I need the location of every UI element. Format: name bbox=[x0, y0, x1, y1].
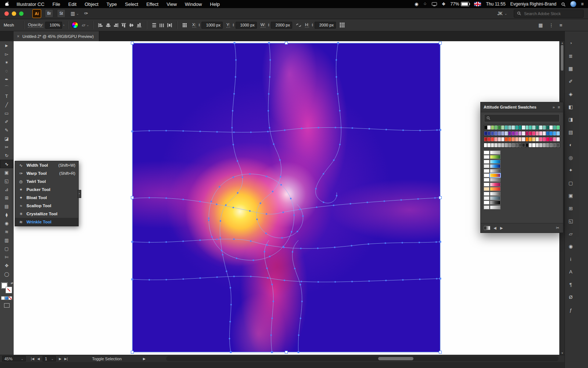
color-mode-button[interactable] bbox=[1, 297, 4, 300]
column-graph-tool[interactable]: ▥ bbox=[0, 236, 13, 244]
swatch[interactable] bbox=[515, 143, 519, 147]
gradient-mode-button[interactable] bbox=[5, 297, 8, 300]
shape-builder-tool[interactable]: ◱ bbox=[0, 177, 13, 185]
swatch[interactable] bbox=[501, 125, 505, 130]
arrange-documents-button[interactable]: ▥ ⌄ bbox=[71, 11, 79, 16]
gradient-row[interactable] bbox=[484, 183, 560, 186]
swatch[interactable] bbox=[553, 137, 556, 141]
align-panel-icon[interactable]: ⊞ bbox=[567, 205, 575, 212]
width-tool[interactable]: ∿ bbox=[0, 160, 13, 168]
menubar-item[interactable]: File bbox=[49, 1, 64, 7]
type-tool[interactable]: T bbox=[0, 92, 13, 100]
gradient-row[interactable] bbox=[484, 151, 560, 154]
gradient-base-swatch[interactable] bbox=[484, 206, 489, 209]
battery-indicator[interactable]: 77% bbox=[450, 1, 469, 7]
swatch[interactable] bbox=[546, 137, 549, 141]
menubar-clock[interactable]: Thu 11:55 bbox=[486, 1, 505, 7]
gradient-base-swatch[interactable] bbox=[484, 192, 489, 195]
swatch[interactable] bbox=[539, 143, 542, 147]
symbols-panel-icon[interactable]: ◈ bbox=[567, 90, 575, 98]
show-swatch-kinds-icon[interactable] bbox=[484, 226, 490, 230]
stroke-panel-icon[interactable]: ≣ bbox=[567, 52, 575, 60]
first-artboard-icon[interactable]: |◀ bbox=[31, 357, 34, 361]
gradient-row[interactable] bbox=[484, 174, 560, 177]
gradient-swatch[interactable] bbox=[490, 178, 500, 181]
flyout-crystallize-tool[interactable]: ✳ Crystallize Tool bbox=[15, 210, 78, 218]
control-bar-menu-icon[interactable]: ≡ bbox=[559, 22, 562, 28]
screen-mode-button[interactable] bbox=[4, 303, 10, 308]
swatch[interactable] bbox=[505, 143, 508, 147]
flyout-pucker-tool[interactable]: ✴ Pucker Tool bbox=[15, 185, 78, 194]
align-center-icon[interactable] bbox=[105, 23, 111, 28]
pencil-tool[interactable]: ✎ bbox=[0, 126, 13, 134]
navigator-panel-icon[interactable]: ◉ bbox=[567, 243, 575, 250]
align-to-selection-icon[interactable] bbox=[182, 23, 187, 28]
panel-dots-icon[interactable]: ⋮ bbox=[549, 22, 553, 28]
gradient-base-swatch[interactable] bbox=[484, 164, 489, 168]
character-panel-icon[interactable]: A bbox=[567, 268, 575, 276]
swatch[interactable] bbox=[526, 131, 529, 135]
line-segment-tool[interactable]: ╱ bbox=[0, 100, 13, 109]
gradient-row[interactable] bbox=[484, 197, 560, 200]
window-close-button[interactable] bbox=[4, 11, 9, 16]
direct-selection-tool[interactable]: ▻ bbox=[0, 50, 13, 58]
swatch[interactable] bbox=[515, 125, 519, 130]
swatch[interactable] bbox=[505, 131, 508, 135]
swatch[interactable] bbox=[512, 131, 515, 135]
swatch[interactable] bbox=[512, 143, 515, 147]
distribute-spacing-icon[interactable] bbox=[167, 23, 172, 28]
swatch-options-icon[interactable]: ✂ bbox=[556, 226, 559, 230]
gradient-row[interactable] bbox=[484, 201, 560, 204]
swatch[interactable] bbox=[543, 137, 546, 141]
swatch[interactable] bbox=[529, 125, 532, 130]
display-icon[interactable] bbox=[432, 1, 437, 7]
libraries-panel-icon[interactable]: ◔ bbox=[567, 39, 575, 47]
gradient-base-swatch[interactable] bbox=[484, 187, 489, 191]
align-middle-icon[interactable] bbox=[129, 23, 134, 28]
swatch[interactable] bbox=[519, 125, 522, 130]
stroke-color-swatch[interactable] bbox=[6, 287, 12, 293]
swatch[interactable] bbox=[522, 131, 525, 135]
symbol-sprayer-tool[interactable]: ≋ bbox=[0, 227, 13, 236]
gradient-mesh-artwork[interactable] bbox=[132, 43, 440, 352]
swatch[interactable] bbox=[487, 143, 491, 147]
align-left-icon[interactable] bbox=[98, 23, 103, 28]
window-minimize-button[interactable] bbox=[12, 11, 16, 16]
swatch[interactable] bbox=[512, 125, 515, 130]
workflow-icon[interactable]: ⁘ bbox=[423, 1, 427, 7]
gradient-base-swatch[interactable] bbox=[484, 201, 489, 204]
menubar-item[interactable]: View bbox=[162, 1, 181, 7]
swatch[interactable] bbox=[501, 131, 505, 135]
gradient-swatch[interactable] bbox=[490, 183, 500, 186]
flyout-warp-tool[interactable]: ✑ Warp Tool (Shift+R) bbox=[15, 169, 78, 177]
align-top-icon[interactable] bbox=[121, 23, 126, 28]
flyout-twirl-tool[interactable]: ◎ Twirl Tool bbox=[15, 177, 78, 185]
opacity-input[interactable]: 100% bbox=[45, 22, 62, 29]
swatch[interactable] bbox=[498, 143, 501, 147]
flyout-wrinkle-tool[interactable]: ≋ Wrinkle Tool bbox=[15, 218, 78, 226]
next-swatch-icon[interactable]: ▶ bbox=[500, 226, 503, 230]
swatch[interactable] bbox=[529, 131, 532, 135]
swatch[interactable] bbox=[491, 125, 494, 130]
graphic-styles-panel-icon[interactable]: ✦ bbox=[567, 166, 575, 174]
menubar-user[interactable]: Evgeniya Righini-Brand bbox=[510, 1, 556, 7]
gradient-row[interactable] bbox=[484, 206, 560, 209]
swatch[interactable] bbox=[536, 125, 539, 130]
swatch[interactable] bbox=[553, 125, 556, 130]
panel-menu-icon[interactable]: ≡ bbox=[558, 105, 560, 109]
swatch[interactable] bbox=[546, 125, 549, 130]
blend-tool[interactable]: ◉ bbox=[0, 219, 13, 227]
swatch[interactable] bbox=[532, 125, 535, 130]
artboards-panel-icon[interactable]: ▣ bbox=[567, 192, 575, 199]
eyedropper-tool[interactable]: ⧫ bbox=[0, 210, 13, 219]
shape-options-button[interactable]: ▱⌄ bbox=[82, 22, 89, 28]
scissors-tool[interactable]: ✂ bbox=[0, 143, 13, 151]
swatch[interactable] bbox=[526, 143, 529, 147]
swatch[interactable] bbox=[539, 131, 542, 135]
x-input[interactable]: 1000 px bbox=[201, 22, 223, 29]
swatch[interactable] bbox=[501, 143, 505, 147]
swatch[interactable] bbox=[532, 137, 535, 141]
gradient-row[interactable] bbox=[484, 178, 560, 181]
gradient-swatch[interactable] bbox=[490, 192, 500, 195]
swatch[interactable] bbox=[549, 143, 553, 147]
